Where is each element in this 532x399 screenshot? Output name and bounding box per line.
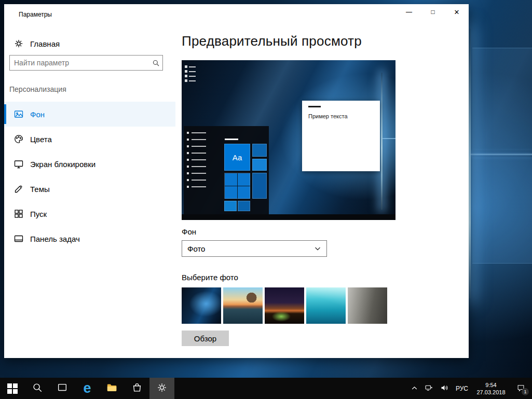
gear-icon	[13, 38, 24, 49]
language-indicator[interactable]: РУС	[453, 378, 471, 399]
edge-button[interactable]: e	[75, 378, 100, 399]
sidebar: Главная Персонализация Фон Цвета	[4, 25, 175, 358]
preview-desktop-icon	[185, 79, 196, 82]
preview-tile	[224, 201, 237, 211]
preview-desktop-icon	[185, 70, 196, 73]
file-explorer-button[interactable]	[100, 378, 125, 399]
search-icon[interactable]	[149, 58, 162, 68]
background-field-label: Фон	[182, 227, 196, 236]
store-button[interactable]	[125, 378, 149, 399]
lock-screen-icon	[13, 159, 24, 169]
windows-logo-icon	[7, 383, 18, 394]
background-type-dropdown[interactable]: Фото	[182, 240, 327, 257]
sidebar-item-colors[interactable]: Цвета	[4, 127, 175, 152]
network-tray-button[interactable]	[422, 378, 435, 399]
volume-tray-button[interactable]	[438, 378, 451, 399]
maximize-button[interactable]: □	[421, 4, 445, 20]
preview-desktop-icon	[185, 75, 196, 77]
wallpaper-window-logo-edge	[469, 29, 471, 298]
settings-window: Параметры — □ ✕ Главная Персонализация	[4, 4, 469, 358]
wallpaper-window-pane	[472, 157, 532, 264]
preview-taskbar	[182, 214, 395, 220]
close-icon: ✕	[454, 8, 460, 16]
preview-start-menu-tiles: Аа	[223, 139, 268, 212]
window-title: Параметры	[19, 11, 52, 18]
image-icon	[13, 109, 24, 119]
palette-icon	[13, 134, 24, 144]
personalization-nav: Фон Цвета Экран блокировки Темы	[4, 102, 175, 251]
preview-tile-group	[224, 173, 250, 199]
taskbar-icon	[13, 233, 24, 244]
preview-sample-text: Пример текста	[308, 113, 348, 119]
start-tiles-icon	[13, 209, 24, 219]
sidebar-item-start[interactable]: Пуск	[4, 201, 175, 226]
sidebar-item-taskbar[interactable]: Панель задач	[4, 226, 175, 251]
sidebar-item-label: Фон	[30, 110, 45, 119]
photo-thumbnail-beach-rocks[interactable]	[223, 287, 263, 324]
sidebar-item-home[interactable]: Главная	[4, 33, 175, 54]
preview-tile	[252, 173, 267, 199]
start-button[interactable]	[0, 378, 25, 399]
maximize-icon: □	[431, 8, 434, 16]
sidebar-item-label: Темы	[30, 185, 50, 194]
taskbar-app-buttons: e	[0, 378, 174, 399]
main-pane: Предварительный просмотр Пример текста	[182, 25, 469, 358]
taskbar-search-button[interactable]	[25, 378, 50, 399]
preview-sample-window: Пример текста	[302, 101, 380, 171]
preview-window-logo-divider	[381, 138, 395, 139]
photo-thumbnails	[182, 287, 387, 324]
clock[interactable]: 9:54 27.03.2018	[473, 378, 509, 399]
window-controls: — □ ✕	[397, 4, 469, 20]
preview-tile	[238, 201, 250, 211]
wallpaper-window-pane	[472, 48, 532, 150]
preview-font-tile: Аа	[224, 144, 250, 171]
search-icon	[32, 382, 43, 395]
dropdown-selected-value: Фото	[187, 244, 314, 253]
photo-thumbnail-cliff[interactable]	[348, 287, 387, 324]
section-title: Персонализация	[9, 85, 66, 93]
sidebar-item-label: Экран блокировки	[30, 160, 96, 169]
store-bag-icon	[131, 382, 143, 395]
network-icon	[425, 383, 433, 394]
action-center-button[interactable]: 1	[511, 378, 530, 399]
preview-desktop-icon	[185, 65, 196, 68]
sidebar-item-label: Главная	[30, 39, 60, 48]
task-view-icon	[57, 382, 68, 395]
sidebar-item-themes[interactable]: Темы	[4, 176, 175, 201]
system-tray: РУС 9:54 27.03.2018 1	[408, 378, 532, 399]
page-title: Предварительный просмотр	[182, 33, 362, 49]
minimize-icon: —	[406, 8, 412, 16]
photo-thumbnail-night-sky[interactable]	[265, 287, 304, 324]
sidebar-item-label: Пуск	[30, 210, 47, 218]
titlebar[interactable]: Параметры — □ ✕	[4, 4, 469, 25]
photo-thumbnail-win10-hero[interactable]	[182, 287, 221, 324]
sidebar-item-lock-screen[interactable]: Экран блокировки	[4, 152, 175, 176]
browse-button[interactable]: Обзор	[182, 331, 229, 346]
tray-time: 9:54	[485, 382, 496, 388]
preview-tile-group-dash	[225, 139, 238, 140]
sidebar-item-label: Панель задач	[30, 235, 80, 243]
notification-badge: 1	[522, 388, 529, 395]
taskbar: e	[0, 378, 532, 399]
gear-icon	[156, 382, 168, 395]
volume-icon	[440, 383, 449, 394]
sidebar-item-background[interactable]: Фон	[4, 102, 175, 127]
choose-photo-label: Выберите фото	[182, 273, 238, 282]
settings-app-button[interactable]	[149, 378, 174, 399]
themes-icon	[13, 184, 24, 194]
photo-thumbnail-underwater[interactable]	[306, 287, 346, 324]
search-input[interactable]	[10, 59, 149, 67]
minimize-button[interactable]: —	[397, 4, 421, 20]
preview-tile	[252, 144, 267, 157]
settings-search-box	[9, 55, 163, 71]
task-view-button[interactable]	[50, 378, 75, 399]
tray-date: 27.03.2018	[476, 389, 505, 395]
preview-start-menu-app-list	[187, 131, 211, 191]
background-preview: Пример текста Аа	[182, 60, 395, 220]
preview-start-menu: Аа	[184, 126, 269, 214]
close-button[interactable]: ✕	[445, 4, 469, 20]
preview-desktop-icons	[185, 65, 196, 84]
chevron-down-icon	[314, 245, 321, 252]
hidden-icons-button[interactable]	[408, 378, 420, 399]
preview-sample-window-title-dash	[308, 106, 321, 107]
